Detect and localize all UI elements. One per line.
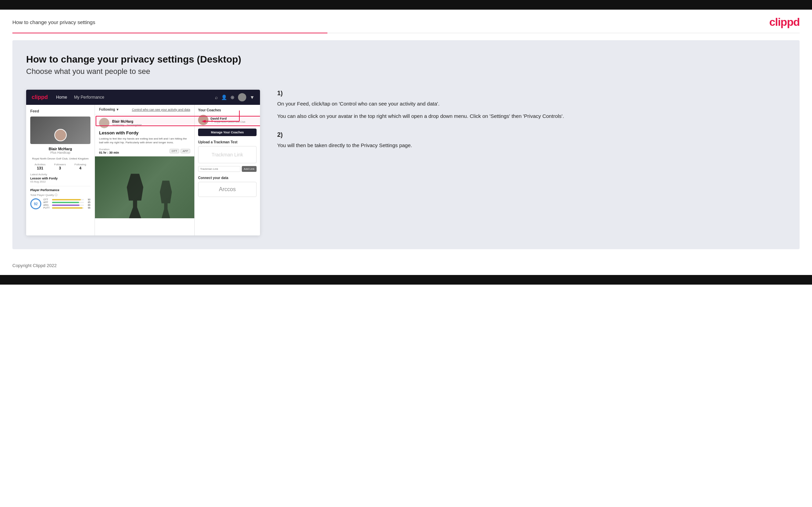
app-coaches-title: Your Coaches <box>198 108 257 112</box>
footer: Copyright Clippd 2022 <box>0 256 812 275</box>
app-duration-row: Duration 01 hr : 30 min OTT APP <box>95 146 194 156</box>
app-bar-label: PUTT <box>43 207 51 209</box>
instruction-text-2: You will then be taken directly to the P… <box>277 141 782 150</box>
person-icon[interactable]: 👤 <box>221 95 227 100</box>
following-chevron-icon: ▾ <box>117 108 118 111</box>
app-bar-track <box>52 202 84 203</box>
app-bar-value: 86 <box>85 204 90 206</box>
app-post-lesson-title: Lesson with Fordy <box>95 130 194 137</box>
app-bar-label: APP <box>43 201 51 203</box>
app-nav-icons: ⌕ 👤 ⊕ ▼ <box>215 93 255 101</box>
app-bar-row: APP85 <box>43 201 90 203</box>
app-body: Feed Blair McHarg Plus Handicap Royal No… <box>26 105 260 235</box>
instruction-block-2: 2) You will then be taken directly to th… <box>277 131 782 150</box>
app-bar-row: OTT90 <box>43 198 90 201</box>
logo: clippd <box>769 16 800 29</box>
app-following-bar: Following ▾ Control who can see your act… <box>95 105 194 114</box>
app-lesson-date: 03 Aug 2022 <box>30 180 90 183</box>
app-bar-value: 90 <box>85 198 90 201</box>
app-bar-label: ARG <box>43 204 51 206</box>
app-tag-app: APP <box>181 149 190 153</box>
app-coach-club: 📍 Royal North Devon Golf Club <box>210 120 245 123</box>
app-duration-label: Duration <box>99 148 119 151</box>
app-post-info: Blair McHarg Yesterday · Sunningdale <box>112 120 142 126</box>
app-bar-value: 96 <box>85 207 90 209</box>
top-bar <box>0 0 812 10</box>
app-bar-row: PUTT96 <box>43 207 90 209</box>
app-trackman-input[interactable] <box>198 166 240 172</box>
app-bar-track <box>52 199 84 200</box>
app-bars: OTT90APP85ARG86PUTT96 <box>43 198 90 209</box>
header: How to change your privacy settings clip… <box>0 10 812 33</box>
app-coach-name: David Ford <box>210 117 245 120</box>
app-trackman-title: Upload a Trackman Test <box>198 140 257 144</box>
app-screenshot: clippd Home My Performance ⌕ 👤 ⊕ ▼ Feed <box>26 90 260 235</box>
page-heading: How to change your privacy settings (Des… <box>26 54 786 65</box>
app-stats-row: Activities 131 Followers 3 Following 4 <box>30 163 90 170</box>
app-score-circle: 92 <box>30 198 41 209</box>
location-icon[interactable]: ⊕ <box>230 95 235 100</box>
app-bar-label: OTT <box>43 198 51 201</box>
page-subheading: Choose what you want people to see <box>26 67 786 76</box>
app-trackman-box: Trackman Link <box>198 146 257 163</box>
app-stat-followers: Followers 3 <box>54 163 66 170</box>
app-avatar-circle <box>54 129 67 141</box>
app-bar-row: ARG86 <box>43 204 90 206</box>
app-nav-home[interactable]: Home <box>56 95 67 100</box>
followers-label: Followers <box>54 163 66 166</box>
chevron-down-icon[interactable]: ▼ <box>250 95 255 100</box>
app-control-link[interactable]: Control who can see your activity and da… <box>132 108 190 111</box>
app-post-name: Blair McHarg <box>112 120 142 123</box>
app-right-panel: Your Coaches David Ford 📍 Royal North De… <box>195 105 260 235</box>
app-following-button[interactable]: Following ▾ <box>99 108 118 111</box>
app-trackman-placeholder: Trackman Link <box>202 152 253 157</box>
app-lesson-name: Lesson with Fordy <box>30 177 90 180</box>
app-bar-fill <box>52 202 79 203</box>
app-nav: clippd Home My Performance ⌕ 👤 ⊕ ▼ <box>26 90 260 105</box>
app-trackman-input-row: Add Link <box>198 166 257 172</box>
header-divider <box>12 33 800 33</box>
app-stat-activities: Activities 131 <box>35 163 46 170</box>
app-quality-label: Total Player Quality ⓘ <box>30 193 90 197</box>
app-nav-logo: clippd <box>32 94 48 100</box>
app-add-link-button[interactable]: Add Link <box>242 166 257 172</box>
header-title: How to change your privacy settings <box>12 19 95 25</box>
app-arccos-text: Arccos <box>203 186 252 192</box>
app-post-avatar <box>99 118 109 128</box>
app-tag-ott: OTT <box>170 149 179 153</box>
main-content: How to change your privacy settings (Des… <box>12 40 800 249</box>
app-perf-title: Player Performance <box>30 188 90 192</box>
app-nav-performance[interactable]: My Performance <box>74 95 104 100</box>
app-post-desc: Looking to feel like my hands are exitin… <box>95 137 194 146</box>
app-video-thumb <box>95 156 194 218</box>
app-duration-value: 01 hr : 30 min <box>99 151 119 154</box>
app-post-meta: Yesterday · Sunningdale <box>112 123 142 126</box>
app-bar-track <box>52 207 84 209</box>
app-bar-fill <box>52 207 83 209</box>
app-coach-club-text: Royal North Devon Golf Club <box>214 121 245 123</box>
search-icon[interactable]: ⌕ <box>215 95 218 100</box>
app-latest-label: Latest Activity <box>30 173 90 176</box>
app-coach-row: David Ford 📍 Royal North Devon Golf Club <box>198 115 257 125</box>
followers-value: 3 <box>54 166 66 170</box>
activities-label: Activities <box>35 163 46 166</box>
app-coach-info: David Ford 📍 Royal North Devon Golf Club <box>210 117 245 123</box>
instruction-text-1: On your Feed, click/tap on 'Control who … <box>277 100 782 108</box>
app-bar-fill <box>52 205 79 206</box>
nav-avatar[interactable] <box>238 93 246 101</box>
app-profile-name: Blair McHarg <box>30 147 90 151</box>
instruction-number-2: 2) <box>277 131 782 139</box>
app-bar-fill <box>52 199 81 200</box>
app-profile-sub: Plus Handicap <box>30 151 90 154</box>
app-manage-coaches-button[interactable]: Manage Your Coaches <box>198 129 257 136</box>
app-arccos-box: Arccos <box>198 182 257 197</box>
app-quality-row: 92 OTT90APP85ARG86PUTT96 <box>30 198 90 209</box>
app-bar-value: 85 <box>85 201 90 203</box>
bottom-bar <box>0 275 812 285</box>
footer-copyright: Copyright Clippd 2022 <box>12 263 57 268</box>
app-video-silhouette <box>125 174 145 218</box>
instruction-number-1: 1) <box>277 90 782 97</box>
app-profile-photo <box>30 117 90 144</box>
app-feed-tab[interactable]: Feed <box>30 109 90 113</box>
content-columns: clippd Home My Performance ⌕ 👤 ⊕ ▼ Feed <box>26 90 786 235</box>
